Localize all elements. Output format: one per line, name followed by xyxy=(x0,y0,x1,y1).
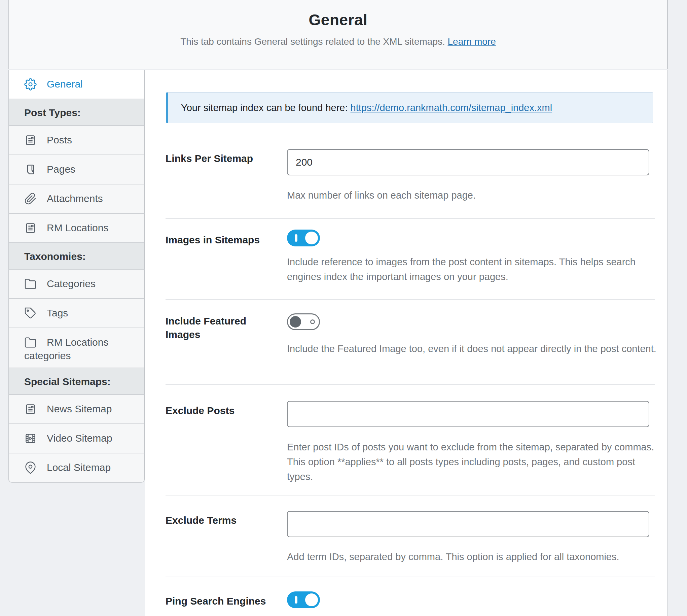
toggle-knob xyxy=(290,316,301,328)
images-in-sitemaps-help: Include reference to images from the pos… xyxy=(287,255,664,284)
sidebar-item-label: RM Locations categories xyxy=(24,337,108,361)
notice-text: Your sitemap index can be found here: xyxy=(181,102,350,113)
sidebar-item-label: RM Locations xyxy=(47,222,108,233)
page-subtitle: This tab contains General settings relat… xyxy=(9,36,667,47)
sidebar-item-rm-locations[interactable]: RM Locations xyxy=(8,214,145,243)
ping-search-engines-toggle[interactable] xyxy=(287,591,320,608)
learn-more-link[interactable]: Learn more xyxy=(448,36,496,47)
sidebar-item-categories[interactable]: Categories xyxy=(8,270,145,299)
video-icon xyxy=(24,432,37,445)
folder-icon xyxy=(24,336,37,349)
sidebar-item-label: Posts xyxy=(47,134,72,146)
folder-icon xyxy=(24,278,37,290)
sitemap-settings-sidebar: General Post Types: Posts Pages Attachme… xyxy=(8,70,145,483)
sitemap-index-notice: Your sitemap index can be found here: ht… xyxy=(166,92,653,123)
page-title: General xyxy=(9,11,667,29)
sidebar-item-news-sitemap[interactable]: News Sitemap xyxy=(8,395,145,424)
exclude-posts-input[interactable] xyxy=(287,401,649,427)
sidebar-section-special-sitemaps: Special Sitemaps: xyxy=(8,368,145,395)
toggle-knob xyxy=(305,232,318,244)
links-per-sitemap-label: Links Per Sitemap xyxy=(165,152,280,165)
sidebar-section-taxonomies: Taxonomies: xyxy=(8,243,145,270)
ping-search-engines-label: Ping Search Engines xyxy=(165,594,280,608)
sidebar-item-label: News Sitemap xyxy=(47,403,112,414)
toggle-on-bar xyxy=(295,234,297,242)
row-divider xyxy=(165,495,655,496)
sidebar-item-label: Video Sitemap xyxy=(47,433,112,444)
include-featured-images-toggle[interactable] xyxy=(287,313,320,330)
post-icon xyxy=(24,222,37,234)
exclude-terms-label: Exclude Terms xyxy=(165,514,280,527)
sidebar-section-post-types: Post Types: xyxy=(8,99,145,126)
gear-icon xyxy=(24,78,37,91)
include-featured-images-label: Include Featured Images xyxy=(165,314,267,341)
sidebar-item-label: Local Sitemap xyxy=(47,462,111,473)
sidebar-section-label: Taxonomies: xyxy=(24,251,86,262)
sidebar-item-label: Pages xyxy=(47,163,75,175)
sidebar-item-label: Categories xyxy=(47,278,95,289)
sidebar-item-posts[interactable]: Posts xyxy=(8,126,145,155)
sidebar-section-label: Post Types: xyxy=(24,107,81,118)
images-in-sitemaps-toggle[interactable] xyxy=(287,229,320,246)
include-featured-images-help: Include the Featured Image too, even if … xyxy=(287,341,664,356)
sidebar-item-label: Tags xyxy=(47,307,68,318)
settings-header: General This tab contains General settin… xyxy=(8,0,668,69)
row-divider xyxy=(165,218,655,219)
row-divider xyxy=(165,384,655,385)
toggle-knob xyxy=(305,593,318,606)
sidebar-item-rm-locations-categories[interactable]: RM Locations categories xyxy=(8,328,145,368)
sidebar-item-label: General xyxy=(47,79,83,90)
exclude-terms-input[interactable] xyxy=(287,511,649,537)
links-per-sitemap-input[interactable] xyxy=(287,149,649,175)
post-icon xyxy=(24,134,37,147)
general-settings-panel: Your sitemap index can be found here: ht… xyxy=(145,70,667,616)
sidebar-section-label: Special Sitemaps: xyxy=(24,376,111,387)
exclude-terms-help: Add term IDs, separated by comma. This o… xyxy=(287,549,687,564)
paperclip-icon xyxy=(24,193,37,205)
map-pin-icon xyxy=(24,462,37,474)
images-in-sitemaps-label: Images in Sitemaps xyxy=(165,233,280,247)
exclude-posts-label: Exclude Posts xyxy=(165,404,280,417)
links-per-sitemap-help: Max number of links on each sitemap page… xyxy=(287,188,664,203)
sidebar-item-pages[interactable]: Pages xyxy=(8,155,145,184)
toggle-on-bar xyxy=(295,596,297,603)
toggle-off-ring xyxy=(310,320,315,324)
sidebar-item-video-sitemap[interactable]: Video Sitemap xyxy=(8,424,145,454)
sidebar-item-general[interactable]: General xyxy=(8,70,145,99)
page-subtitle-text: This tab contains General settings relat… xyxy=(180,36,445,47)
row-divider xyxy=(165,299,655,300)
sidebar-item-label: Attachments xyxy=(47,193,103,204)
sidebar-item-tags[interactable]: Tags xyxy=(8,299,145,328)
sidebar-item-attachments[interactable]: Attachments xyxy=(8,184,145,214)
news-icon xyxy=(24,403,37,415)
exclude-posts-help: Enter post IDs of posts you want to excl… xyxy=(287,440,664,484)
tag-icon xyxy=(24,307,37,320)
sidebar-item-local-sitemap[interactable]: Local Sitemap xyxy=(8,454,145,483)
sitemap-index-link[interactable]: https://demo.rankmath.com/sitemap_index.… xyxy=(350,102,552,113)
page-pencil-icon xyxy=(24,163,37,176)
row-divider xyxy=(165,577,655,577)
